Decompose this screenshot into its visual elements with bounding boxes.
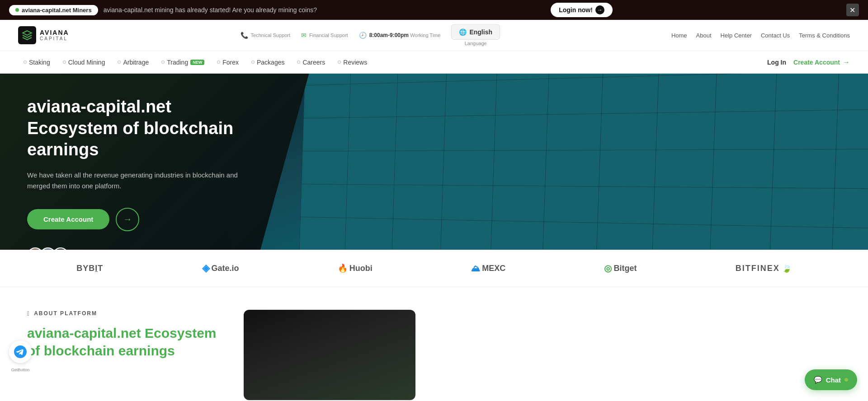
hero-section: aviana-capital.net Ecosystem of blockcha… xyxy=(0,74,868,250)
chat-online-dot xyxy=(844,378,848,382)
partner-gateio: ◈ Gate.io xyxy=(202,262,239,274)
nav-circle-icon xyxy=(338,61,341,64)
nav-links: Staking Cloud Mining Arbitrage Trading N… xyxy=(18,55,373,70)
phone-icon: 📞 xyxy=(241,32,248,39)
logo-text: AVIANA CAPITAL xyxy=(40,29,69,41)
header: AVIANA CAPITAL 📞 Technical Support ✉ Fin… xyxy=(0,20,868,51)
clock-icon: 🕗 xyxy=(359,32,367,39)
nav-circle-icon xyxy=(161,61,165,64)
nav-circle-icon xyxy=(24,61,27,64)
hero-content: aviana-capital.net Ecosystem of blockcha… xyxy=(0,74,294,250)
nav-terms[interactable]: Terms & Conditions xyxy=(799,32,850,39)
nav-cloud-mining-label: Cloud Mining xyxy=(68,59,105,66)
gateio-label: Gate.io xyxy=(212,264,239,273)
telegram-label: GetButton xyxy=(6,368,34,372)
hero-buttons: Create Account → xyxy=(27,208,267,231)
nav-bar: Staking Cloud Mining Arbitrage Trading N… xyxy=(0,51,868,74)
logo[interactable]: AVIANA CAPITAL xyxy=(18,26,69,44)
header-contacts: 📞 Technical Support ✉ Financial Support … xyxy=(241,24,500,46)
nav-staking[interactable]: Staking xyxy=(18,55,56,70)
about-label:  ABOUT PLATFORM xyxy=(27,310,217,317)
bitget-icon: ◎ xyxy=(604,263,612,274)
announcement-bar: aviana-capital.net Miners aviana-capital… xyxy=(0,0,868,20)
partner-huobi: 🔥 Huobi xyxy=(338,263,373,273)
nav-circle-icon xyxy=(251,61,255,64)
login-now-label: Login now! xyxy=(559,6,593,14)
logo-name-bottom: CAPITAL xyxy=(40,36,69,41)
avatar-more: ··· xyxy=(52,247,69,250)
gateio-icon: ◈ xyxy=(202,262,210,274)
avatar-1 xyxy=(27,247,43,250)
create-account-nav-link[interactable]: Create Account → xyxy=(793,58,850,66)
about-title-line2: of blockchain earnings xyxy=(27,342,217,359)
bitget-label: Bitget xyxy=(613,264,637,273)
chat-button[interactable]: 💬 Chat xyxy=(805,369,857,390)
about-section:  ABOUT PLATFORM aviana-capital.net Ecos… xyxy=(0,287,868,401)
contact-email-label: Financial Support xyxy=(309,33,348,38)
nav-circle-icon xyxy=(63,61,66,64)
nav-about[interactable]: About xyxy=(696,32,712,39)
about-image-bg xyxy=(244,310,415,400)
create-account-nav-label: Create Account xyxy=(793,59,840,66)
globe-icon: 🌐 xyxy=(459,28,467,36)
trusted-area: ··· Trusted by over 2,499+ users xyxy=(27,247,267,250)
about-title: aviana-capital.net Ecosystem of blockcha… xyxy=(27,324,217,359)
nav-trading-label: Trading xyxy=(167,59,188,66)
nav-reviews[interactable]: Reviews xyxy=(332,55,373,70)
close-announcement-button[interactable]: ✕ xyxy=(846,4,859,16)
nav-trading[interactable]: Trading NEW xyxy=(156,55,210,70)
language-sub-label: Language xyxy=(465,41,487,46)
online-dot xyxy=(15,8,19,12)
create-account-arrow-icon: → xyxy=(843,58,850,66)
hero-subtitle: We have taken all the revenue generating… xyxy=(27,170,262,191)
email-icon: ✉ xyxy=(301,32,307,39)
contact-phone-label: Technical Support xyxy=(251,33,290,38)
partner-bitget: ◎ Bitget xyxy=(604,263,637,274)
nav-circle-icon xyxy=(297,61,300,64)
language-selector-wrapper[interactable]: 🌐 English Language xyxy=(451,24,500,46)
working-hours-label: Working Time xyxy=(410,33,440,38)
login-now-arrow-icon: → xyxy=(595,5,604,14)
language-selector[interactable]: 🌐 English xyxy=(451,24,500,40)
nav-help[interactable]: Help Center xyxy=(721,32,752,39)
logo-icon xyxy=(18,26,36,44)
apple-icon:  xyxy=(27,310,30,317)
partner-bybit: BYBIT xyxy=(76,264,103,273)
nav-contact[interactable]: Contact Us xyxy=(761,32,790,39)
login-link[interactable]: Log In xyxy=(767,59,786,66)
about-label-text: ABOUT PLATFORM xyxy=(34,310,97,317)
nav-actions: Log In Create Account → xyxy=(767,58,850,66)
language-value: English xyxy=(469,28,492,36)
login-now-button[interactable]: Login now! → xyxy=(551,3,613,17)
nav-careers-label: Careers xyxy=(302,59,325,66)
nav-forex[interactable]: Forex xyxy=(212,55,244,70)
nav-arbitrage-label: Arbitrage xyxy=(123,59,149,66)
about-row:  ABOUT PLATFORM aviana-capital.net Ecos… xyxy=(27,310,841,400)
telegram-button[interactable] xyxy=(9,340,32,363)
huobi-icon: 🔥 xyxy=(338,263,348,273)
nav-reviews-label: Reviews xyxy=(343,59,367,66)
contact-email: ✉ Financial Support xyxy=(301,32,348,39)
partner-bitfinex: BITFINEX 🍃 xyxy=(736,263,792,273)
nav-careers[interactable]: Careers xyxy=(292,55,330,70)
bitfinex-label: BITFINEX xyxy=(736,264,780,273)
nav-packages[interactable]: Packages xyxy=(246,55,290,70)
partner-mexc: ⛰ MEXC xyxy=(471,263,505,274)
nav-circle-icon xyxy=(118,61,121,64)
announcement-left: aviana-capital.net Miners aviana-capital… xyxy=(9,5,317,15)
huobi-label: Huobi xyxy=(349,264,373,273)
mexc-icon: ⛰ xyxy=(471,263,480,274)
miners-badge-text: aviana-capital.net Miners xyxy=(22,7,92,14)
partners-section: BYBIT ◈ Gate.io 🔥 Huobi ⛰ MEXC ◎ Bitget … xyxy=(0,250,868,287)
nav-cloud-mining[interactable]: Cloud Mining xyxy=(57,55,111,70)
announcement-text: aviana-capital.net mining has already st… xyxy=(104,6,317,14)
avatar-2 xyxy=(40,247,56,250)
nav-arbitrage[interactable]: Arbitrage xyxy=(112,55,154,70)
hero-arrow-button[interactable]: → xyxy=(116,208,139,231)
nav-forex-label: Forex xyxy=(222,59,239,66)
header-top-nav: Home About Help Center Contact Us Terms … xyxy=(671,32,850,39)
about-image xyxy=(244,310,415,400)
working-hours-value: 8:00am-9:00pm xyxy=(369,32,409,38)
nav-home[interactable]: Home xyxy=(671,32,687,39)
create-account-hero-button[interactable]: Create Account xyxy=(27,209,109,229)
